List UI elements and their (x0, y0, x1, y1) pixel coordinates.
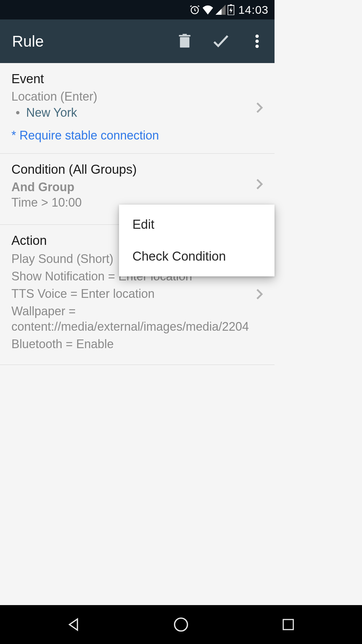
condition-group-label: And Group (11, 180, 263, 194)
menu-edit[interactable]: Edit (119, 209, 275, 240)
dots-vertical-icon (255, 35, 259, 48)
page-title: Rule (12, 32, 176, 50)
event-title: Event (11, 72, 263, 86)
app-bar: Rule (0, 19, 275, 63)
svg-rect-3 (180, 37, 189, 47)
action-line-4: Bluetooth = Enable (11, 336, 263, 352)
event-location-row: New York (16, 106, 263, 120)
battery-charging-icon (228, 4, 234, 15)
delete-button[interactable] (176, 33, 193, 50)
event-subtitle: Location (Enter) (11, 90, 263, 104)
status-bar: 14:03 (0, 0, 275, 19)
bullet-icon (16, 111, 19, 114)
svg-rect-5 (183, 34, 187, 35)
app-bar-actions (176, 33, 266, 50)
wifi-icon (202, 5, 214, 15)
event-footnote: * Require stable connection (11, 128, 263, 143)
alarm-icon (189, 4, 200, 15)
menu-check-condition[interactable]: Check Condition (119, 240, 275, 272)
status-time: 14:03 (238, 3, 268, 16)
action-line-2: TTS Voice = Enter location (11, 286, 263, 302)
status-icons (189, 4, 234, 15)
event-location-value: New York (26, 106, 77, 120)
context-menu: Edit Check Condition (119, 205, 275, 276)
cell-signal-icon (216, 5, 226, 15)
confirm-button[interactable] (212, 33, 230, 50)
svg-point-7 (255, 40, 259, 43)
check-icon (213, 35, 229, 48)
condition-title: Condition (All Groups) (11, 162, 263, 177)
svg-point-8 (255, 45, 259, 48)
overflow-menu-button[interactable] (248, 33, 266, 50)
svg-rect-4 (179, 35, 191, 37)
action-line-3: Wallpaper = content://media/external/ima… (11, 304, 223, 334)
svg-point-6 (255, 35, 259, 38)
chevron-right-icon (256, 288, 263, 301)
trash-icon (178, 34, 191, 49)
event-section[interactable]: Event Location (Enter) New York * Requir… (0, 63, 275, 154)
chevron-right-icon (256, 178, 263, 191)
svg-rect-2 (230, 4, 232, 5)
chevron-right-icon (256, 102, 263, 115)
